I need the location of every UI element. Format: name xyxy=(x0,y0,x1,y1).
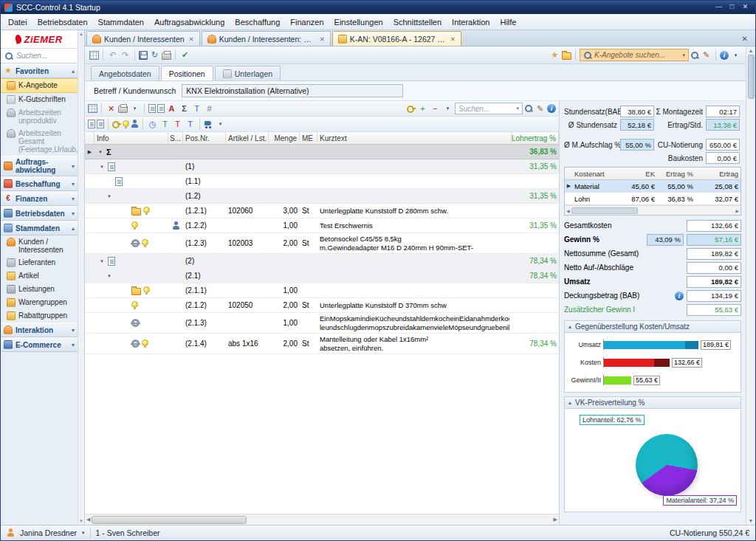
sidebar-item-rabattgruppen[interactable]: Rabattgruppen xyxy=(1,309,78,323)
position-row[interactable]: ▾(2.1)78,34 % xyxy=(85,269,559,283)
scroll-right-icon[interactable]: ▶ xyxy=(735,208,739,213)
tab-k-an-v08166-a-12627-max[interactable]: K-AN: V08166-A - 12627 Max ...✕ xyxy=(332,31,461,46)
position-row[interactable]: (1.1) xyxy=(85,174,559,189)
sidebar-item-lieferanten[interactable]: Lieferanten xyxy=(1,256,78,269)
positions-search-input[interactable]: Suchen... ▾ xyxy=(455,103,523,114)
maximize-icon[interactable]: □ xyxy=(726,2,738,13)
position-row[interactable]: (2.1.2)1020502,00StUnterlegplatte Kunsts… xyxy=(85,298,559,313)
field-value-m-aufschlag[interactable]: 55,00 % xyxy=(620,139,654,151)
sidebar-section-finanzen[interactable]: €Finanzen▾ xyxy=(1,191,78,206)
scroll-right-icon[interactable]: ▶ xyxy=(554,517,557,523)
filter-icon[interactable]: T xyxy=(185,119,196,130)
grid-icon[interactable] xyxy=(89,51,99,60)
star-icon[interactable]: ★ xyxy=(549,49,560,61)
position-row[interactable]: ▶▾Σ36,83 % xyxy=(85,145,559,159)
scroll-up-icon[interactable]: ▲ xyxy=(79,32,83,36)
menu-betriebsdaten[interactable]: Betriebsdaten xyxy=(32,15,93,29)
copy-icon[interactable] xyxy=(148,104,156,113)
text-plus-icon[interactable]: T xyxy=(159,119,171,130)
column-header-menge[interactable]: Menge xyxy=(269,132,300,144)
save-icon[interactable] xyxy=(139,51,148,60)
sidebar-scrollbar[interactable]: ▲▼ xyxy=(78,30,85,525)
position-row[interactable]: (2.1.1)1,00 xyxy=(85,283,559,298)
minimize-icon[interactable]: — xyxy=(712,2,725,13)
betreff-input[interactable]: KNX Elektroinstallation (Alternative) xyxy=(182,84,403,97)
bulb-icon[interactable] xyxy=(123,120,129,127)
tab-close-icon[interactable]: ✕ xyxy=(450,35,456,43)
sidebar-section-e-commerce[interactable]: E-Commerce▾ xyxy=(1,337,78,352)
position-row[interactable]: (1.2.3)1020032,00StBetonsockel C45/55 8,… xyxy=(85,233,559,254)
chevron-down-icon[interactable]: ▾ xyxy=(82,530,85,536)
tree-expand-icon[interactable]: + xyxy=(417,103,428,114)
kostenart-hscrollbar[interactable]: ◀▶ xyxy=(565,205,740,215)
position-row[interactable]: (1.2.1)1020603,00StUnterlegplatte Kunsts… xyxy=(85,204,559,218)
menu-finanzen[interactable]: Finanzen xyxy=(285,15,329,29)
menu-stammdaten[interactable]: Stammdaten xyxy=(93,15,149,29)
refresh-icon[interactable]: ↻ xyxy=(149,49,160,61)
kostenart-column-ertrag[interactable]: Ertrag xyxy=(695,170,740,178)
info-icon[interactable]: i xyxy=(675,292,684,300)
chevron-down-icon[interactable]: ▾ xyxy=(516,106,519,111)
sidebar-section-beschaffung[interactable]: Beschaffung▾ xyxy=(1,176,78,191)
vscroll-thumb[interactable] xyxy=(748,55,755,99)
kostenart-column-ek[interactable]: EK xyxy=(619,170,657,178)
summary-value-secondary[interactable]: 43,09 % xyxy=(647,234,684,246)
scroll-left-icon[interactable]: ◀ xyxy=(86,517,90,523)
menu-interaktion[interactable]: Interaktion xyxy=(447,15,495,29)
menu-einstellungen[interactable]: Einstellungen xyxy=(329,15,388,29)
position-row[interactable]: ▾(1)31,35 % xyxy=(85,159,559,174)
column-header-lohnertrag[interactable]: Lohnertrag % xyxy=(512,132,559,144)
hscroll-thumb[interactable] xyxy=(571,207,638,214)
tab-kunden-interessenten-126[interactable]: Kunden / Interessenten: 126...✕ xyxy=(202,31,331,46)
sidebar-section-interaktion[interactable]: Interaktion▾ xyxy=(1,323,78,337)
sidebar-item-warengruppen[interactable]: Warengruppen xyxy=(1,296,78,309)
kostenart-column-ertrag[interactable]: Ertrag % xyxy=(657,170,695,178)
column-header-kurztext[interactable]: Kurztext xyxy=(317,132,512,144)
info-icon[interactable]: i xyxy=(720,51,729,60)
scroll-left-icon[interactable]: ◀ xyxy=(566,208,570,213)
tab-angebotsdaten[interactable]: Angebotsdaten xyxy=(91,66,159,80)
menu-auftragsabwicklung[interactable]: Auftragsabwicklung xyxy=(149,15,230,29)
scroll-down-icon[interactable]: ▼ xyxy=(79,519,83,523)
caret-icon[interactable]: ▾ xyxy=(215,119,226,130)
field-value-ertrag-std[interactable]: 13,38 € xyxy=(706,119,740,131)
column-header-me[interactable]: ME xyxy=(300,132,317,144)
sidebar-item-arbeitszeiten-gesamt-feiertage-urlaub[interactable]: Arbeitszeiten Gesamt (Feiertage,Urlaub,.… xyxy=(1,127,78,156)
edit-icon[interactable]: ✎ xyxy=(701,49,712,61)
tab-kunden-interessenten[interactable]: Kunden / Interessenten✕ xyxy=(86,31,200,46)
position-row[interactable]: (2.1.4)abs 1x162,00StMantelleitung oder … xyxy=(85,334,559,354)
menu-beschaffung[interactable]: Beschaffung xyxy=(230,15,285,29)
scroll-down-icon[interactable]: ▼ xyxy=(749,518,754,523)
sidebar-section-auftrags-abwicklung[interactable]: Auftrags-abwicklung▾ xyxy=(1,156,78,176)
sidebar-section-betriebsdaten[interactable]: Betriebsdaten▾ xyxy=(1,206,78,221)
caret-icon[interactable]: ▾ xyxy=(129,103,140,114)
expander-icon[interactable]: ▾ xyxy=(98,164,106,170)
scroll-up-icon[interactable]: ▲ xyxy=(749,48,754,53)
caret-icon[interactable]: ▾ xyxy=(730,49,741,61)
close-icon[interactable]: ✕ xyxy=(739,2,752,13)
font-icon[interactable]: A xyxy=(166,103,177,114)
positions-hscrollbar[interactable]: ◀ ▶ xyxy=(85,514,559,525)
statusbar-user[interactable]: Janina Dresdner xyxy=(20,528,77,537)
tab-close-icon[interactable]: ✕ xyxy=(320,35,325,43)
content-vscrollbar[interactable]: ▲ ▼ xyxy=(746,46,755,525)
sidebar-item-k-angebote[interactable]: K-Angebote xyxy=(1,78,78,93)
key-icon[interactable] xyxy=(407,104,416,113)
doc-minus-icon[interactable] xyxy=(97,120,104,128)
filter-icon[interactable]: T xyxy=(191,103,202,114)
field-value-stundensatz[interactable]: 52,18 € xyxy=(620,119,654,131)
sidebar-item-kunden-interessenten[interactable]: Kunden / Interessenten xyxy=(1,235,78,256)
person-icon[interactable] xyxy=(131,120,139,128)
close-icon[interactable]: ✕ xyxy=(742,35,754,46)
section-kosten-umsatz[interactable]: ▴ Gegenüberstellung Kosten/Umsatz xyxy=(564,320,741,333)
sum-icon[interactable]: Σ xyxy=(179,103,190,114)
kostenart-row-lohn[interactable]: Lohn87,06 €36,83 %32,07 € xyxy=(565,193,740,205)
sidebar-item-arbeitszeiten-unproduktiv[interactable]: Arbeitszeiten unproduktiv xyxy=(1,106,78,127)
clock-icon[interactable]: ◷ xyxy=(147,119,158,130)
undo-icon[interactable]: ↶ xyxy=(107,49,118,61)
key-icon[interactable] xyxy=(112,120,121,128)
delete-icon[interactable]: ✕ xyxy=(106,103,117,114)
find-icon[interactable] xyxy=(524,104,533,113)
expander-icon[interactable]: ▾ xyxy=(97,149,104,155)
sidebar-section-favoriten[interactable]: ★Favoriten▴ xyxy=(1,63,78,78)
